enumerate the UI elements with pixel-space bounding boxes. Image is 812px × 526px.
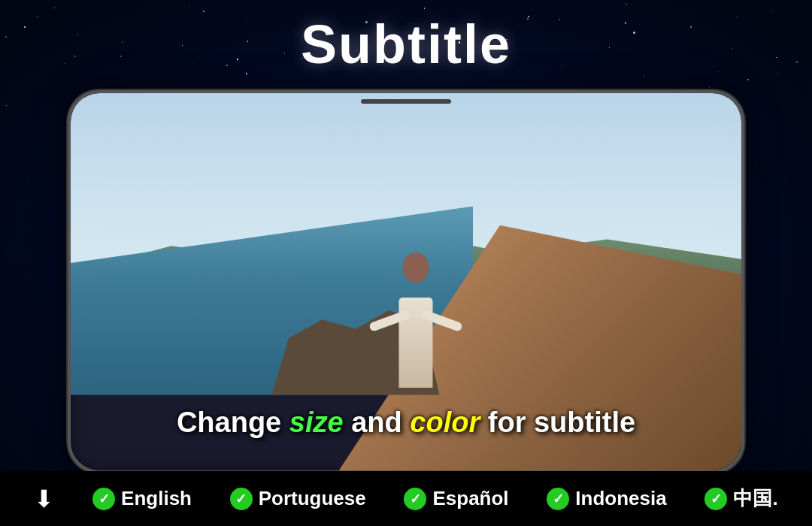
page-title-container: Subtitle [0,0,812,75]
subtitle-part1: Change [177,407,289,438]
phone-frame: Change size and color for subtitle [68,90,744,473]
person-head [403,252,429,283]
video-content[interactable]: Change size and color for subtitle [71,93,741,470]
download-icon[interactable]: ⬇ [34,485,54,513]
lang-label-espanol: Español [432,487,508,510]
checkmark-indonesia: ✓ [547,488,569,510]
lang-label-portuguese: Portuguese [259,487,366,510]
lang-item-espanol[interactable]: ✓ Español [404,487,508,510]
subtitle-word-color: color [410,407,480,438]
subtitle-word-size: size [289,407,344,438]
checkmark-espanol: ✓ [404,488,426,510]
lang-label-chinese: 中国. [733,485,777,512]
phone-notch [361,99,451,104]
checkmark-english: ✓ [92,488,115,510]
lang-item-chinese[interactable]: ✓ 中国. [704,485,777,512]
lang-item-portuguese[interactable]: ✓ Portuguese [230,487,366,510]
scene-person [386,252,446,388]
phone-mockup: Change size and color for subtitle [68,90,744,473]
subtitle-part3: for subtitle [480,407,635,438]
lang-item-english[interactable]: ✓ English [92,487,192,510]
subtitle-part2: and [344,407,411,438]
subtitle-overlay: Change size and color for subtitle [71,406,741,440]
bottom-bar: ⬇ ✓ English ✓ Portuguese ✓ Español ✓ Ind… [0,471,812,526]
person-body [399,298,433,388]
lang-label-english: English [121,487,192,510]
page-title: Subtitle [0,14,812,75]
checkmark-portuguese: ✓ [230,488,253,510]
subtitle-text: Change size and color for subtitle [93,406,719,440]
lang-label-indonesia: Indonesia [575,487,666,510]
lang-item-indonesia[interactable]: ✓ Indonesia [547,487,666,510]
checkmark-chinese: ✓ [704,488,727,510]
